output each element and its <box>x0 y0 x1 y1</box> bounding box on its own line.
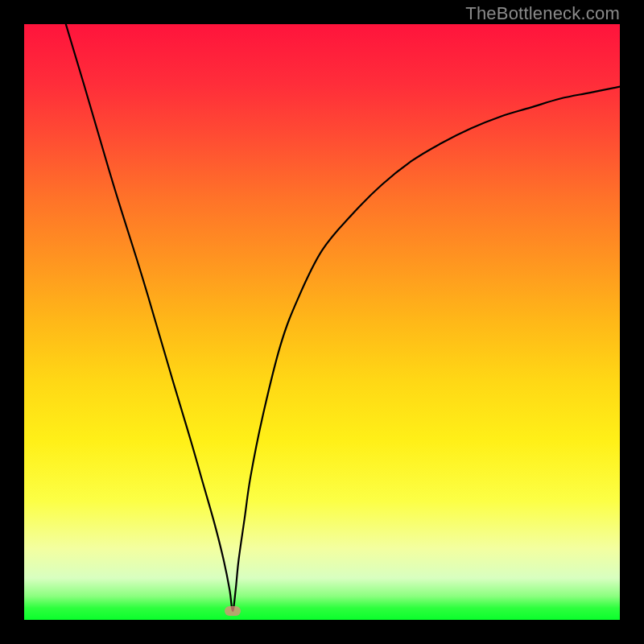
bottleneck-curve <box>24 24 620 620</box>
bottleneck-marker <box>225 606 241 616</box>
plot-area <box>24 24 620 620</box>
watermark-text: TheBottleneck.com <box>465 3 620 24</box>
chart-frame: TheBottleneck.com <box>0 0 644 644</box>
